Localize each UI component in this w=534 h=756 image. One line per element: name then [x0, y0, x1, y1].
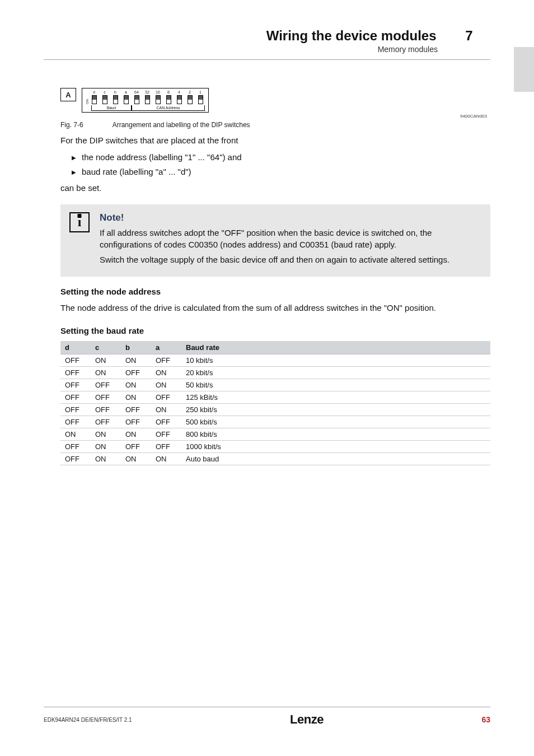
dip-switch-body — [145, 95, 150, 104]
footer-page-num: 63 — [481, 715, 490, 724]
footer-rule — [44, 707, 490, 707]
dip-switch-body — [113, 95, 118, 104]
cell-b: OFF — [121, 416, 151, 428]
cell-d: OFF — [60, 404, 91, 416]
footer-doc-id: EDK94ARN24 DE/EN/FR/ES/IT 2.1 — [44, 717, 132, 723]
dip-switch-body — [92, 95, 97, 104]
dip-switch-label: 1 — [199, 90, 202, 95]
cell-rate: 20 kbit/s — [181, 367, 490, 379]
cell-b: ON — [121, 391, 151, 404]
table-row: OFFONOFFOFF1000 kbit/s — [60, 441, 490, 453]
cell-a: OFF — [151, 428, 181, 441]
cell-c: ON — [91, 428, 121, 441]
cell-rate: 1000 kbit/s — [181, 441, 490, 453]
cell-b: ON — [121, 354, 151, 367]
dip-switch-label: c — [104, 90, 106, 95]
table-header-row: d c b a Baud rate — [60, 341, 490, 354]
col-rate: Baud rate — [181, 341, 490, 354]
cell-c: OFF — [91, 416, 121, 428]
figure-caption-text: Arrangement and labelling of the DIP swi… — [113, 121, 250, 129]
dip-group-addr: CAN Address — [132, 105, 205, 111]
cell-d: OFF — [60, 367, 91, 379]
note-paragraph-2: Switch the voltage supply of the basic d… — [100, 254, 481, 265]
dip-switch-label: 16 — [156, 90, 160, 95]
bullet-list: the node address (labelling "1" ... "64"… — [60, 151, 490, 179]
dip-switch: c — [101, 90, 109, 104]
info-icon: ı — [69, 212, 90, 232]
dip-on-label: ON — [86, 95, 89, 104]
dip-switch: a — [122, 90, 130, 104]
col-a: a — [151, 341, 181, 354]
cell-b: OFF — [121, 441, 151, 453]
dip-switch-body — [166, 95, 171, 104]
cell-a: ON — [151, 367, 181, 379]
note-paragraph-1: If all address switches adopt the "OFF" … — [100, 227, 481, 250]
table-row: OFFOFFONOFF125 kBit/s — [60, 391, 490, 404]
header-title: Wiring the device modules — [266, 28, 437, 44]
cell-d: OFF — [60, 416, 91, 428]
dip-switch: 1 — [196, 90, 204, 104]
cell-c: ON — [91, 354, 121, 367]
cell-d: OFF — [60, 354, 91, 367]
figure-code: 9400CAN003 — [60, 114, 490, 119]
cell-c: OFF — [91, 379, 121, 391]
page-header: Wiring the device modules 7 Memory modul… — [44, 0, 490, 54]
dip-switch-body — [188, 95, 193, 104]
footer-logo: Lenze — [290, 712, 324, 727]
section-address-text: The node address of the drive is calcula… — [60, 302, 490, 314]
note-box: ı Note! If all address switches adopt th… — [60, 204, 490, 277]
table-row: OFFONOFFON20 kbit/s — [60, 367, 490, 379]
cell-rate: 50 kbit/s — [181, 379, 490, 391]
cell-c: ON — [91, 441, 121, 453]
dip-switch-body — [156, 95, 161, 104]
cell-a: OFF — [151, 391, 181, 404]
intro-text: For the DIP switches that are placed at … — [60, 134, 490, 147]
dip-switch-label: 2 — [189, 90, 191, 95]
after-bullets-text: can be set. — [60, 182, 490, 194]
col-c: c — [91, 341, 121, 354]
cell-c: OFF — [91, 404, 121, 416]
figure-box-a: A — [60, 88, 76, 101]
dip-figure: A ON dcba6432168421 Baud CAN Address — [60, 88, 490, 113]
dip-switch: d — [90, 90, 98, 104]
header-rule — [44, 59, 490, 60]
chapter-number: 7 — [459, 28, 479, 44]
cell-rate: Auto baud — [181, 453, 490, 465]
cell-b: OFF — [121, 404, 151, 416]
dip-switch: 2 — [186, 90, 194, 104]
table-row: OFFOFFONON50 kbit/s — [60, 379, 490, 391]
cell-rate: 125 kBit/s — [181, 391, 490, 404]
dip-switch-label: 32 — [145, 90, 149, 95]
cell-d: OFF — [60, 453, 91, 465]
dip-switch: 4 — [175, 90, 183, 104]
dip-switch-label: b — [114, 90, 116, 95]
dip-group-baud: Baud — [91, 105, 132, 111]
dip-switch: 16 — [154, 90, 162, 104]
cell-b: OFF — [121, 367, 151, 379]
dip-switch-label: d — [93, 90, 95, 95]
side-tab — [514, 47, 534, 92]
dip-switch-body — [198, 95, 203, 104]
baud-table: d c b a Baud rate OFFONONOFF10 kbit/sOFF… — [60, 341, 490, 465]
cell-rate: 250 kbit/s — [181, 404, 490, 416]
dip-switch-label: 64 — [134, 90, 139, 95]
table-row: OFFONONONAuto baud — [60, 453, 490, 465]
cell-b: ON — [121, 453, 151, 465]
cell-a: ON — [151, 379, 181, 391]
cell-b: ON — [121, 428, 151, 441]
table-row: ONONONOFF800 kbit/s — [60, 428, 490, 441]
cell-a: ON — [151, 453, 181, 465]
cell-d: OFF — [60, 441, 91, 453]
dip-switch-label: a — [125, 90, 127, 95]
cell-rate: 800 kbit/s — [181, 428, 490, 441]
list-item: the node address (labelling "1" ... "64"… — [72, 151, 490, 164]
cell-a: OFF — [151, 416, 181, 428]
cell-a: OFF — [151, 441, 181, 453]
cell-d: OFF — [60, 391, 91, 404]
cell-rate: 500 kbit/s — [181, 416, 490, 428]
col-b: b — [121, 341, 151, 354]
section-heading-address: Setting the node address — [60, 287, 490, 296]
cell-c: ON — [91, 367, 121, 379]
cell-a: OFF — [151, 354, 181, 367]
figure-caption: Fig. 7-6 Arrangement and labelling of th… — [60, 121, 490, 129]
